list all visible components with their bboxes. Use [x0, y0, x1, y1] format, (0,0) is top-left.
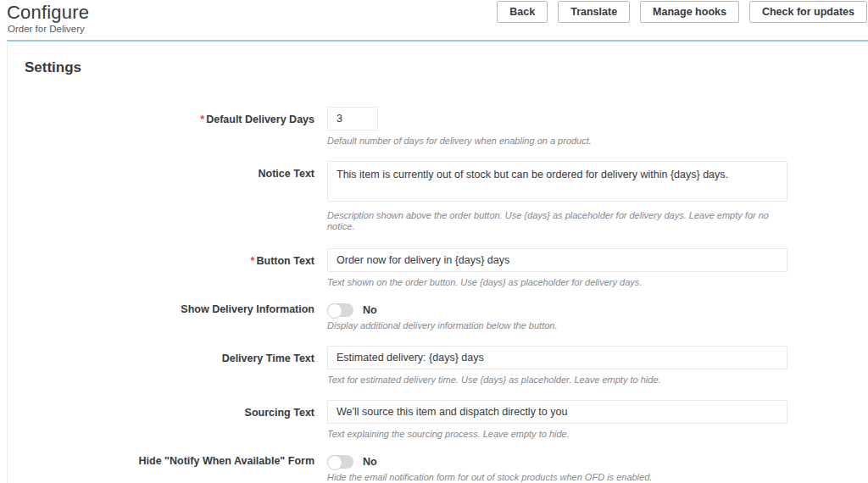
toggle-state-label: No — [363, 304, 377, 316]
sourcing-text-input[interactable] — [327, 400, 787, 424]
field-label: *Button Text — [8, 248, 314, 268]
page-title: Configure — [7, 2, 89, 24]
page-subtitle: Order for Delivery — [8, 24, 85, 34]
field-label: Delivery Time Text — [8, 346, 314, 365]
delivery-time-text-input[interactable] — [327, 346, 787, 369]
form-row-default-delivery-days: *Default Delivery Days Default number of… — [8, 107, 868, 147]
page-header: Configure Order for Delivery Back Transl… — [0, 0, 868, 39]
form-row-show-delivery-information: Show Delivery Information No Display add… — [8, 303, 868, 331]
button-text-input[interactable] — [327, 248, 787, 272]
field-label-text: Hide "Notify When Available" Form — [139, 455, 314, 467]
field-help-text: Hide the email notification form for out… — [327, 472, 787, 483]
required-asterisk: * — [200, 114, 204, 125]
settings-panel-title: Settings — [25, 59, 81, 76]
settings-form: *Default Delivery Days Default number of… — [8, 107, 868, 483]
field-label-text: Show Delivery Information — [181, 303, 314, 315]
form-row-button-text: *Button Text Text shown on the order but… — [8, 248, 868, 288]
field-label-text: Sourcing Text — [245, 407, 314, 419]
form-row-notice-text: Notice Text This item is currently out o… — [8, 161, 868, 232]
form-row-delivery-time-text: Delivery Time Text Text for estimated de… — [8, 346, 868, 386]
form-row-hide-notify-form: Hide "Notify When Available" Form No Hid… — [8, 454, 868, 483]
settings-panel: Settings *Default Delivery Days Default … — [7, 40, 868, 483]
field-label: Show Delivery Information — [8, 303, 314, 316]
hide-notify-form-toggle[interactable] — [327, 455, 353, 469]
field-label-text: Default Delivery Days — [206, 114, 314, 125]
translate-button[interactable]: Translate — [558, 1, 630, 23]
toggle-state-label: No — [363, 456, 377, 468]
field-help-text: Default number of days for delivery when… — [327, 136, 787, 147]
field-label-text: Button Text — [256, 255, 314, 267]
field-label: Sourcing Text — [8, 400, 314, 419]
field-help-text: Text for estimated delivery time. Use {d… — [327, 375, 787, 386]
field-help-text: Description shown above the order button… — [327, 210, 787, 232]
check-for-updates-button[interactable]: Check for updates — [749, 1, 867, 23]
back-button[interactable]: Back — [497, 1, 548, 23]
default-delivery-days-input[interactable] — [327, 107, 378, 130]
show-delivery-information-toggle[interactable] — [327, 303, 353, 317]
form-row-sourcing-text: Sourcing Text Text explaining the sourci… — [8, 400, 868, 440]
field-label: *Default Delivery Days — [8, 107, 314, 126]
header-toolbar: Back Translate Manage hooks Check for up… — [497, 1, 867, 23]
field-help-text: Text shown on the order button. Use {day… — [327, 277, 787, 288]
notice-text-textarea[interactable]: This item is currently out of stock but … — [327, 161, 787, 202]
field-label-text: Notice Text — [259, 168, 314, 180]
required-asterisk: * — [251, 255, 255, 267]
manage-hooks-button[interactable]: Manage hooks — [640, 1, 739, 23]
field-label: Hide "Notify When Available" Form — [8, 454, 314, 468]
field-label-text: Delivery Time Text — [222, 353, 314, 364]
field-help-text: Text explaining the sourcing process. Le… — [327, 429, 787, 440]
field-help-text: Display additional delivery information … — [327, 320, 787, 331]
field-label: Notice Text — [8, 161, 314, 180]
